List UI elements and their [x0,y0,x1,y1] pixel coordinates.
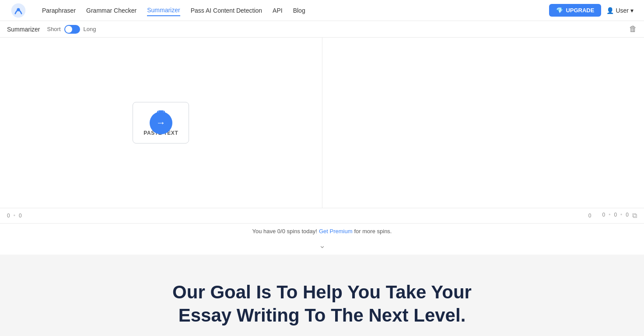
copy-button[interactable]: ⧉ [632,212,637,220]
trash-button[interactable]: 🗑 [629,24,637,34]
nav-summarizer[interactable]: Summarizer [147,5,180,16]
dot-2: • [609,212,610,220]
hero-section: Our Goal Is To Help You Take Your Essay … [0,255,644,336]
spins-suffix: for more spins. [354,228,392,234]
user-label: User [616,7,629,14]
nav-api[interactable]: API [273,5,283,16]
chevron-icon: ⌄ [319,241,326,250]
nav-pass-ai[interactable]: Pass AI Content Detection [191,5,262,16]
navbar: Paraphraser Grammar Checker Summarizer P… [0,0,644,21]
logo-icon [10,3,26,18]
nav-grammar-checker[interactable]: Grammar Checker [86,5,136,16]
spins-text: You have 0/0 spins today! [252,228,317,234]
long-label: Long [84,26,96,32]
length-toggle-switch[interactable] [64,25,80,34]
short-label: Short [47,26,60,32]
expand-chevron[interactable]: ⌄ [0,239,644,255]
upgrade-label: UPGRADE [566,7,594,14]
right-count-3: 0 [626,212,629,220]
editor-left-panel[interactable]: PASTE TEXT → [0,38,322,208]
run-btn-container: → [0,38,322,208]
nav-blog[interactable]: Blog [293,5,305,16]
footer-mid-count: 0 [588,213,592,219]
user-icon: 👤 [606,7,614,14]
editor-area: PASTE TEXT → [0,38,644,208]
nav-links: Paraphraser Grammar Checker Summarizer P… [42,5,549,16]
editor-right-panel[interactable] [322,38,644,208]
dot-3: • [620,212,622,220]
upgrade-icon: 💎 [556,7,563,14]
dot-1: • [14,213,15,219]
left-char-count: 0 [19,213,22,219]
length-toggle-group: Short Long [47,25,96,34]
nav-right: 💎 UPGRADE 👤 User ▾ [549,4,634,17]
run-button[interactable]: → [150,112,172,134]
run-arrow-icon: → [156,117,166,129]
svg-point-1 [17,8,20,11]
footer-left-counts: 0 • 0 [7,213,588,219]
right-main-count: 0 [588,213,592,219]
nav-paraphraser[interactable]: Paraphraser [42,5,76,16]
user-button[interactable]: 👤 User ▾ [606,7,634,14]
footer-right-counts: 0 • 0 • 0 ⧉ [602,212,637,220]
upgrade-button[interactable]: 💎 UPGRADE [549,4,601,17]
hero-title: Our Goal Is To Help You Take Your Essay … [147,281,497,327]
summarizer-label: Summarizer [7,26,40,33]
editor-footer: 0 • 0 0 0 • 0 • 0 ⧉ [0,208,644,224]
left-word-count: 0 [7,213,10,219]
right-count-2: 0 [614,212,617,220]
logo[interactable] [10,3,28,18]
toolbar: Summarizer Short Long 🗑 [0,21,644,38]
right-count-1: 0 [602,212,606,220]
spins-bar: You have 0/0 spins today! Get Premium fo… [0,224,644,239]
chevron-down-icon: ▾ [630,7,634,14]
get-premium-link[interactable]: Get Premium [319,228,353,234]
